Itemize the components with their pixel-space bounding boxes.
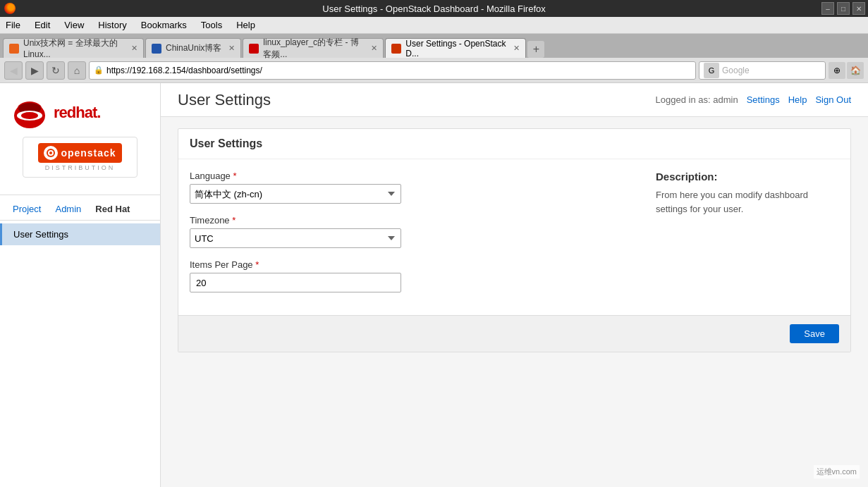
- timezone-select[interactable]: UTC US/Eastern US/Pacific Europe/London …: [190, 228, 401, 248]
- ssl-icon: 🔒: [94, 66, 104, 75]
- search-engine-icon: G: [704, 63, 719, 78]
- tab-label-unix: Unix技术网 = 全球最大的Linux...: [23, 37, 124, 59]
- settings-link[interactable]: Settings: [747, 94, 780, 105]
- menu-file[interactable]: File: [3, 18, 23, 32]
- forward-button[interactable]: ▶: [25, 61, 44, 80]
- tab-close-csdn[interactable]: ✕: [371, 44, 377, 53]
- timezone-field-group: Timezone * UTC US/Eastern US/Pacific Eur…: [190, 215, 633, 248]
- tab-usersettings[interactable]: User Settings - OpenStack D... ✕: [385, 38, 526, 58]
- sidebar-logo: redhat. openstack DISTRIBUTION: [0, 83, 160, 195]
- sidebar: redhat. openstack DISTRIBUTION: [0, 83, 161, 487]
- sidebar-tab-redhat[interactable]: Red Hat: [88, 198, 137, 220]
- title-bar: User Settings - OpenStack Dashboard - Mo…: [0, 0, 868, 17]
- logged-in-as: Logged in as: admin: [656, 94, 738, 105]
- header-links: Logged in as: admin Settings Help Sign O…: [656, 94, 851, 105]
- window-controls[interactable]: – □ ✕: [821, 2, 865, 15]
- items-per-page-label: Items Per Page *: [190, 259, 633, 270]
- menu-bar: File Edit View History Bookmarks Tools H…: [0, 17, 868, 34]
- firefox-icon: [4, 3, 16, 14]
- sidebar-nav-tabs: Project Admin Red Hat: [0, 198, 160, 221]
- redhat-logo: redhat.: [11, 94, 149, 131]
- settings-footer: Save: [178, 315, 850, 352]
- language-label: Language *: [190, 171, 633, 181]
- addon-icon-2[interactable]: 🏠: [847, 62, 864, 79]
- settings-form: Language * 简体中文 (zh-cn) English (en) 日本語…: [190, 171, 633, 304]
- redhat-svg: [11, 94, 48, 131]
- page-title: User Settings: [178, 91, 271, 109]
- svg-point-4: [21, 112, 38, 119]
- openstack-distribution: DISTRIBUTION: [45, 164, 116, 171]
- new-tab-button[interactable]: +: [527, 41, 544, 58]
- search-bar[interactable]: G Google: [699, 61, 826, 80]
- tab-close-usersettings[interactable]: ✕: [513, 44, 520, 53]
- sidebar-tab-admin[interactable]: Admin: [48, 198, 88, 220]
- openstack-inner: openstack: [38, 143, 121, 163]
- back-button[interactable]: ◀: [4, 61, 23, 80]
- nav-bar: ◀ ▶ ↻ ⌂ 🔒 https://192.168.2.154/dashboar…: [0, 58, 868, 83]
- close-button[interactable]: ✕: [852, 2, 865, 15]
- tab-favicon-os: [391, 44, 401, 54]
- tab-close-unix[interactable]: ✕: [131, 44, 137, 53]
- items-per-page-required-star: *: [255, 259, 259, 270]
- tab-favicon-csdn: [249, 44, 259, 54]
- openstack-text: openstack: [61, 147, 116, 159]
- menu-tools[interactable]: Tools: [198, 18, 225, 32]
- tab-china[interactable]: ChinaUnix博客 ✕: [145, 38, 241, 58]
- sidebar-tab-project[interactable]: Project: [6, 198, 48, 220]
- settings-panel-title: User Settings: [178, 129, 850, 159]
- content-header: User Settings Logged in as: admin Settin…: [161, 83, 868, 117]
- minimize-button[interactable]: –: [821, 2, 834, 15]
- main-layout: redhat. openstack DISTRIBUTION: [0, 83, 868, 487]
- home-button[interactable]: ⌂: [68, 61, 86, 80]
- watermark: 运维vn.com: [814, 465, 860, 479]
- sign-out-link[interactable]: Sign Out: [815, 94, 851, 105]
- openstack-svg-icon: [45, 147, 56, 159]
- tab-label-china: ChinaUnix博客: [166, 42, 221, 54]
- settings-panel: User Settings Language * 简体中文 (zh-cn) En…: [178, 128, 851, 352]
- sidebar-item-user-settings[interactable]: User Settings: [0, 223, 160, 245]
- addon-icons: ⊕ 🏠: [829, 62, 864, 79]
- menu-history[interactable]: History: [95, 18, 129, 32]
- url-text: https://192.168.2.154/dashboard/settings…: [106, 66, 262, 75]
- save-button[interactable]: Save: [790, 324, 839, 343]
- tab-favicon-unix: [9, 44, 19, 54]
- tab-label-csdn: linux_player_c的专栏 - 博客频...: [263, 37, 364, 61]
- language-field-group: Language * 简体中文 (zh-cn) English (en) 日本語…: [190, 171, 633, 204]
- tab-bar: Unix技术网 = 全球最大的Linux... ✕ ChinaUnix博客 ✕ …: [0, 34, 868, 58]
- items-per-page-field-group: Items Per Page *: [190, 259, 633, 292]
- maximize-button[interactable]: □: [837, 2, 850, 15]
- sidebar-menu: User Settings: [0, 221, 160, 248]
- openstack-logo-box: openstack DISTRIBUTION: [23, 137, 137, 178]
- settings-description: Description: From here you can modify da…: [656, 171, 839, 304]
- search-placeholder: Google: [722, 66, 750, 75]
- window-title: User Settings - OpenStack Dashboard - Mo…: [322, 4, 545, 14]
- items-per-page-input[interactable]: [190, 273, 401, 292]
- help-link[interactable]: Help: [788, 94, 807, 105]
- tab-label-usersettings: User Settings - OpenStack D...: [405, 39, 506, 58]
- tab-close-china[interactable]: ✕: [228, 44, 235, 53]
- language-select[interactable]: 简体中文 (zh-cn) English (en) 日本語 (ja) 한국어 (…: [190, 184, 401, 204]
- content-area: User Settings Logged in as: admin Settin…: [161, 83, 868, 487]
- language-required-star: *: [233, 171, 236, 181]
- tab-csdn[interactable]: linux_player_c的专栏 - 博客频... ✕: [243, 38, 384, 58]
- reload-button[interactable]: ↻: [47, 61, 65, 80]
- url-bar[interactable]: 🔒 https://192.168.2.154/dashboard/settin…: [89, 61, 696, 80]
- openstack-icon: [44, 146, 58, 160]
- description-title: Description:: [656, 171, 839, 183]
- tab-unix[interactable]: Unix技术网 = 全球最大的Linux... ✕: [3, 38, 144, 58]
- menu-bookmarks[interactable]: Bookmarks: [138, 18, 190, 32]
- description-text: From here you can modify dashboard setti…: [656, 188, 839, 216]
- redhat-logo-image: [11, 94, 48, 131]
- timezone-required-star: *: [232, 215, 236, 226]
- tab-favicon-china: [152, 44, 161, 54]
- menu-edit[interactable]: Edit: [32, 18, 53, 32]
- redhat-text: redhat.: [54, 104, 100, 122]
- menu-help[interactable]: Help: [233, 18, 258, 32]
- menu-view[interactable]: View: [61, 18, 87, 32]
- settings-body: Language * 简体中文 (zh-cn) English (en) 日本語…: [178, 159, 850, 315]
- addon-icon-1[interactable]: ⊕: [829, 62, 845, 79]
- svg-rect-7: [49, 152, 52, 154]
- timezone-label: Timezone *: [190, 215, 633, 226]
